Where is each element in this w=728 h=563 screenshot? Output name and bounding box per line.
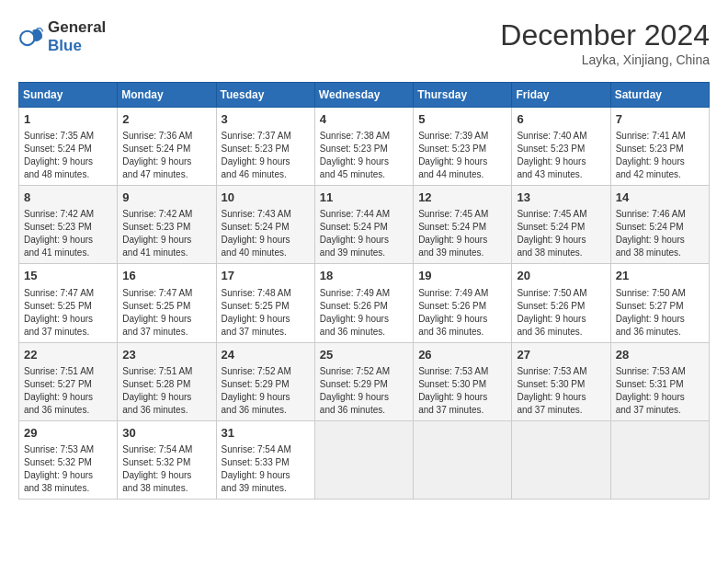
day-info: Sunrise: 7:51 AM Sunset: 5:27 PM Dayligh… (24, 365, 112, 417)
day-number: 18 (320, 268, 408, 284)
calendar-cell: 13Sunrise: 7:45 AM Sunset: 5:24 PM Dayli… (512, 186, 610, 264)
calendar-cell: 21Sunrise: 7:50 AM Sunset: 5:27 PM Dayli… (610, 264, 709, 342)
logo-icon (18, 24, 44, 50)
week-row-3: 15Sunrise: 7:47 AM Sunset: 5:25 PM Dayli… (19, 264, 710, 342)
day-info: Sunrise: 7:52 AM Sunset: 5:29 PM Dayligh… (222, 365, 310, 417)
page-header: General Blue December 2024 Layka, Xinjia… (18, 18, 710, 67)
calendar-cell: 20Sunrise: 7:50 AM Sunset: 5:26 PM Dayli… (512, 264, 610, 342)
calendar-cell: 11Sunrise: 7:44 AM Sunset: 5:24 PM Dayli… (314, 186, 413, 264)
day-info: Sunrise: 7:39 AM Sunset: 5:23 PM Dayligh… (418, 130, 506, 181)
day-info: Sunrise: 7:42 AM Sunset: 5:23 PM Dayligh… (24, 208, 112, 259)
logo: General Blue (18, 18, 106, 55)
logo-text: General Blue (48, 18, 106, 55)
week-row-5: 29Sunrise: 7:53 AM Sunset: 5:32 PM Dayli… (19, 420, 710, 499)
month-title: December 2024 (500, 18, 710, 52)
calendar-cell: 7Sunrise: 7:41 AM Sunset: 5:23 PM Daylig… (610, 108, 709, 186)
day-number: 9 (122, 190, 210, 206)
day-number: 13 (517, 190, 605, 206)
day-info: Sunrise: 7:35 AM Sunset: 5:24 PM Dayligh… (24, 130, 112, 181)
calendar-cell: 12Sunrise: 7:45 AM Sunset: 5:24 PM Dayli… (414, 186, 512, 264)
day-number: 31 (222, 425, 310, 442)
calendar-cell: 26Sunrise: 7:53 AM Sunset: 5:30 PM Dayli… (414, 342, 512, 420)
calendar-cell: 3Sunrise: 7:37 AM Sunset: 5:23 PM Daylig… (216, 108, 314, 186)
day-info: Sunrise: 7:37 AM Sunset: 5:23 PM Dayligh… (222, 130, 310, 181)
day-number: 19 (418, 268, 506, 284)
day-info: Sunrise: 7:40 AM Sunset: 5:23 PM Dayligh… (517, 130, 605, 181)
day-number: 2 (122, 111, 210, 128)
location-subtitle: Layka, Xinjiang, China (500, 52, 710, 67)
day-info: Sunrise: 7:45 AM Sunset: 5:24 PM Dayligh… (418, 208, 506, 259)
day-info: Sunrise: 7:44 AM Sunset: 5:24 PM Dayligh… (320, 208, 408, 259)
calendar-cell (512, 420, 610, 499)
day-number: 27 (517, 347, 605, 363)
day-number: 8 (24, 190, 112, 206)
calendar-cell: 25Sunrise: 7:52 AM Sunset: 5:29 PM Dayli… (314, 342, 413, 420)
calendar-cell: 29Sunrise: 7:53 AM Sunset: 5:32 PM Dayli… (19, 420, 118, 499)
calendar-cell: 15Sunrise: 7:47 AM Sunset: 5:25 PM Dayli… (19, 264, 118, 342)
calendar-cell: 1Sunrise: 7:35 AM Sunset: 5:24 PM Daylig… (19, 108, 118, 186)
day-info: Sunrise: 7:46 AM Sunset: 5:24 PM Dayligh… (616, 208, 704, 259)
day-number: 15 (24, 268, 112, 284)
calendar-cell: 2Sunrise: 7:36 AM Sunset: 5:24 PM Daylig… (118, 108, 216, 186)
day-number: 23 (122, 347, 210, 363)
week-row-1: 1Sunrise: 7:35 AM Sunset: 5:24 PM Daylig… (19, 108, 710, 186)
calendar-cell: 18Sunrise: 7:49 AM Sunset: 5:26 PM Dayli… (314, 264, 413, 342)
day-info: Sunrise: 7:50 AM Sunset: 5:26 PM Dayligh… (517, 287, 605, 339)
header-saturday: Saturday (610, 83, 709, 108)
day-info: Sunrise: 7:43 AM Sunset: 5:24 PM Dayligh… (222, 208, 310, 259)
calendar-cell: 31Sunrise: 7:54 AM Sunset: 5:33 PM Dayli… (216, 420, 314, 499)
day-info: Sunrise: 7:42 AM Sunset: 5:23 PM Dayligh… (122, 208, 210, 259)
day-number: 26 (418, 347, 506, 363)
calendar-cell: 30Sunrise: 7:54 AM Sunset: 5:32 PM Dayli… (118, 420, 216, 499)
calendar-cell: 19Sunrise: 7:49 AM Sunset: 5:26 PM Dayli… (414, 264, 512, 342)
calendar-cell: 24Sunrise: 7:52 AM Sunset: 5:29 PM Dayli… (216, 342, 314, 420)
calendar-cell: 10Sunrise: 7:43 AM Sunset: 5:24 PM Dayli… (216, 186, 314, 264)
day-number: 10 (222, 190, 310, 206)
day-info: Sunrise: 7:47 AM Sunset: 5:25 PM Dayligh… (122, 287, 210, 339)
calendar-body: 1Sunrise: 7:35 AM Sunset: 5:24 PM Daylig… (19, 108, 710, 500)
day-number: 20 (517, 268, 605, 284)
calendar-cell: 22Sunrise: 7:51 AM Sunset: 5:27 PM Dayli… (19, 342, 118, 420)
calendar-cell: 5Sunrise: 7:39 AM Sunset: 5:23 PM Daylig… (414, 108, 512, 186)
header-thursday: Thursday (414, 83, 512, 108)
day-info: Sunrise: 7:53 AM Sunset: 5:30 PM Dayligh… (517, 365, 605, 417)
day-info: Sunrise: 7:49 AM Sunset: 5:26 PM Dayligh… (418, 287, 506, 339)
day-info: Sunrise: 7:53 AM Sunset: 5:32 PM Dayligh… (24, 443, 112, 495)
day-info: Sunrise: 7:41 AM Sunset: 5:23 PM Dayligh… (616, 130, 704, 181)
calendar-cell: 14Sunrise: 7:46 AM Sunset: 5:24 PM Dayli… (610, 186, 709, 264)
day-number: 17 (222, 268, 310, 284)
header-monday: Monday (118, 83, 216, 108)
day-number: 21 (616, 268, 704, 284)
calendar-cell: 17Sunrise: 7:48 AM Sunset: 5:25 PM Dayli… (216, 264, 314, 342)
day-number: 4 (320, 111, 408, 128)
day-number: 24 (222, 347, 310, 363)
day-info: Sunrise: 7:49 AM Sunset: 5:26 PM Dayligh… (320, 287, 408, 339)
day-info: Sunrise: 7:36 AM Sunset: 5:24 PM Dayligh… (122, 130, 210, 181)
header-friday: Friday (512, 83, 610, 108)
day-number: 12 (418, 190, 506, 206)
header-sunday: Sunday (19, 83, 118, 108)
calendar-cell: 4Sunrise: 7:38 AM Sunset: 5:23 PM Daylig… (314, 108, 413, 186)
day-info: Sunrise: 7:50 AM Sunset: 5:27 PM Dayligh… (616, 287, 704, 339)
calendar-cell: 27Sunrise: 7:53 AM Sunset: 5:30 PM Dayli… (512, 342, 610, 420)
day-number: 5 (418, 111, 506, 128)
calendar-cell (314, 420, 413, 499)
calendar-cell: 8Sunrise: 7:42 AM Sunset: 5:23 PM Daylig… (19, 186, 118, 264)
day-info: Sunrise: 7:51 AM Sunset: 5:28 PM Dayligh… (122, 365, 210, 417)
calendar-cell (610, 420, 709, 499)
header-tuesday: Tuesday (216, 83, 314, 108)
day-info: Sunrise: 7:53 AM Sunset: 5:31 PM Dayligh… (616, 365, 704, 417)
calendar-table: SundayMondayTuesdayWednesdayThursdayFrid… (18, 82, 710, 500)
day-number: 30 (122, 425, 210, 442)
day-number: 14 (616, 190, 704, 206)
calendar-cell: 28Sunrise: 7:53 AM Sunset: 5:31 PM Dayli… (610, 342, 709, 420)
calendar-cell: 6Sunrise: 7:40 AM Sunset: 5:23 PM Daylig… (512, 108, 610, 186)
day-number: 22 (24, 347, 112, 363)
calendar-cell: 9Sunrise: 7:42 AM Sunset: 5:23 PM Daylig… (118, 186, 216, 264)
calendar-cell (414, 420, 512, 499)
day-info: Sunrise: 7:54 AM Sunset: 5:33 PM Dayligh… (222, 443, 310, 495)
day-info: Sunrise: 7:38 AM Sunset: 5:23 PM Dayligh… (320, 130, 408, 181)
day-info: Sunrise: 7:54 AM Sunset: 5:32 PM Dayligh… (122, 443, 210, 495)
day-info: Sunrise: 7:47 AM Sunset: 5:25 PM Dayligh… (24, 287, 112, 339)
svg-point-0 (20, 31, 34, 45)
